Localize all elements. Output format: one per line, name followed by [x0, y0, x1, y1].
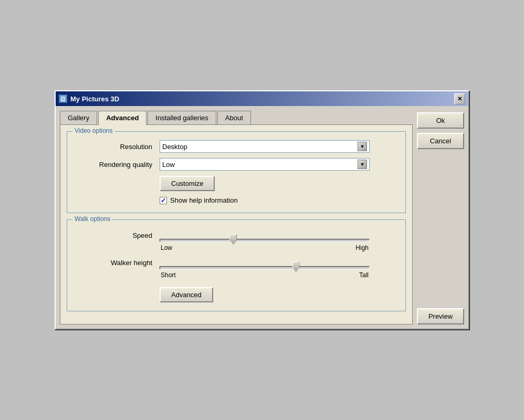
tab-about[interactable]: About [217, 111, 251, 125]
checkbox-check-icon: ✓ [161, 197, 166, 204]
rendering-value: Low [162, 161, 175, 169]
speed-slider-track[interactable] [160, 239, 370, 242]
show-help-label: Show help information [170, 196, 238, 204]
resolution-dropdown-arrow[interactable]: ▼ [358, 142, 367, 151]
speed-low-label: Low [161, 244, 172, 251]
walk-options-label: Walk options [72, 215, 112, 223]
title-bar: 🖼 My Pictures 3D ✕ [56, 91, 468, 106]
height-slider-row: Walker height [76, 256, 397, 269]
resolution-row: Resolution Desktop ▼ [76, 140, 397, 153]
rendering-label: Rendering quality [76, 161, 160, 169]
show-help-checkbox[interactable]: ✓ [160, 197, 167, 204]
height-slider-thumb[interactable] [292, 261, 300, 272]
tab-content-advanced: Video options Resolution Desktop ▼ Rende… [60, 124, 413, 324]
preview-button[interactable]: Preview [417, 308, 464, 324]
resolution-value: Desktop [162, 143, 187, 151]
rendering-dropdown-arrow[interactable]: ▼ [358, 160, 367, 169]
height-slider-track[interactable] [160, 266, 370, 269]
tab-installed-galleries[interactable]: Installed galleries [148, 111, 216, 125]
main-window: 🖼 My Pictures 3D ✕ Gallery Advanced Inst… [55, 90, 469, 330]
title-bar-left: 🖼 My Pictures 3D [59, 94, 119, 103]
close-button[interactable]: ✕ [454, 93, 465, 104]
speed-slider-row: Speed [76, 228, 397, 242]
tab-bar: Gallery Advanced Installed galleries Abo… [60, 110, 413, 124]
main-content: Gallery Advanced Installed galleries Abo… [60, 110, 413, 324]
tab-advanced[interactable]: Advanced [98, 111, 146, 125]
rendering-row: Rendering quality Low ▼ [76, 158, 397, 171]
ok-button[interactable]: Ok [417, 112, 464, 129]
video-options-group: Video options Resolution Desktop ▼ Rende… [67, 131, 406, 213]
speed-slider-thumb[interactable] [229, 234, 237, 245]
speed-range-labels: Low High [160, 244, 370, 251]
height-short-label: Short [161, 271, 176, 279]
height-label: Walker height [76, 259, 160, 267]
height-range-labels: Short Tall [160, 271, 370, 279]
window-title: My Pictures 3D [70, 95, 119, 103]
customize-button[interactable]: Customize [160, 176, 215, 191]
app-icon: 🖼 [59, 94, 67, 103]
walk-options-group: Walk options Speed Low High Walk [67, 219, 406, 311]
video-options-label: Video options [72, 127, 115, 134]
sidebar-buttons: Ok Cancel Preview [417, 110, 464, 324]
resolution-select[interactable]: Desktop ▼ [160, 140, 370, 153]
walk-advanced-button[interactable]: Advanced [160, 287, 213, 302]
cancel-button[interactable]: Cancel [417, 133, 464, 149]
resolution-label: Resolution [76, 143, 160, 151]
speed-label: Speed [76, 232, 160, 239]
show-help-row: ✓ Show help information [160, 196, 397, 204]
rendering-select[interactable]: Low ▼ [160, 158, 370, 171]
speed-high-label: High [355, 244, 369, 251]
window-body: Gallery Advanced Installed galleries Abo… [56, 106, 468, 329]
tab-gallery[interactable]: Gallery [60, 111, 97, 125]
height-tall-label: Tall [359, 271, 369, 279]
sidebar-spacer [417, 153, 464, 304]
